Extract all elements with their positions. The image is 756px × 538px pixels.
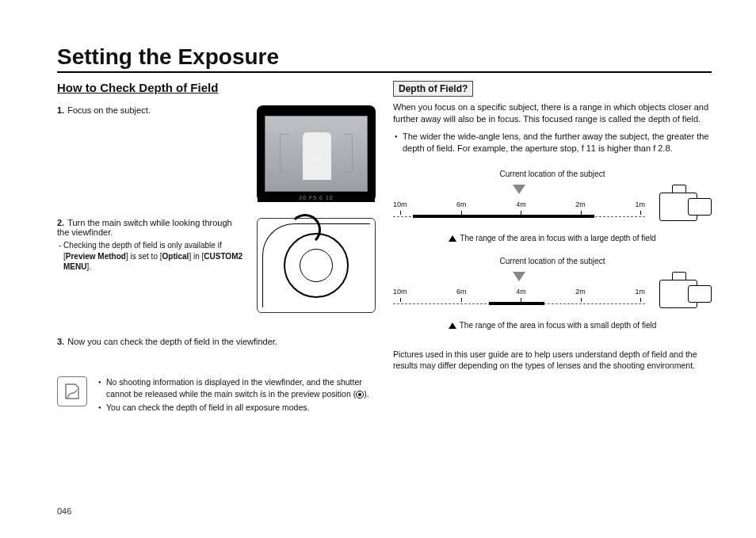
diagram-small-dof: Current location of the subject 10m 6m 4… (393, 257, 712, 330)
step-3-number: 3. (57, 337, 64, 346)
note-block: No shooting information is displayed in … (57, 376, 376, 416)
step-2-text: Turn the main switch while looking throu… (57, 218, 232, 237)
tick-2m: 2m (575, 288, 586, 296)
step-1-number: 1. (57, 105, 64, 115)
tick-4m: 4m (516, 288, 526, 296)
subject-marker-icon (513, 272, 525, 281)
caption-large: The range of the area in focus with a la… (393, 234, 712, 242)
step-1-text: Focus on the subject. (67, 105, 151, 115)
note-item-2: You can check the depth of field in all … (98, 402, 376, 414)
lcd-illustration: 20 F5.6 10 (257, 105, 376, 202)
note-item-1: No shooting information is displayed in … (98, 376, 376, 400)
caption-small: The range of the area in focus with a sm… (393, 321, 712, 330)
end-paragraph: Pictures used in this user guide are to … (393, 349, 712, 372)
step-2: 2.Turn the main switch while looking thr… (57, 218, 376, 313)
page-number: 046 (57, 506, 71, 516)
step-2-note: - Checking the depth of field is only av… (57, 240, 246, 273)
dof-heading: Depth of Field? (393, 81, 473, 97)
dof-paragraph: When you focus on a specific subject, th… (393, 101, 712, 126)
step-1: 1.Focus on the subject. 20 F5.6 10 (57, 105, 376, 202)
step-3-text: Now you can check the depth of field in … (67, 337, 277, 346)
section-subhead: How to Check Depth of Field (57, 81, 376, 94)
lcd-status-bar: 20 F5.6 10 (258, 193, 375, 202)
tick-6m: 6m (456, 288, 467, 296)
triangle-up-icon (449, 235, 456, 242)
triangle-up-icon (449, 322, 456, 329)
diagram-top-label-2: Current location of the subject (393, 257, 712, 265)
diagram-top-label-1: Current location of the subject (393, 170, 712, 178)
preview-ring-icon (356, 391, 364, 399)
diagram-large-dof: Current location of the subject 10m 6m 4… (393, 170, 712, 242)
subject-marker-icon (513, 185, 525, 194)
page-title: Setting the Exposure (57, 44, 712, 73)
camera-icon (650, 269, 712, 315)
tick-10m: 10m (393, 288, 407, 296)
tick-10m: 10m (393, 200, 407, 208)
left-column: How to Check Depth of Field 1.Focus on t… (57, 81, 376, 416)
right-column: Depth of Field? When you focus on a spec… (393, 81, 712, 416)
tick-1m: 1m (635, 288, 645, 296)
camera-icon (650, 181, 712, 227)
tick-2m: 2m (575, 200, 586, 208)
note-icon (57, 376, 87, 406)
tick-4m: 4m (516, 200, 526, 208)
tick-6m: 6m (456, 200, 467, 208)
step-3: 3.Now you can check the depth of field i… (57, 337, 376, 346)
tick-1m: 1m (635, 200, 645, 208)
dof-bullet: The wider the wide-angle lens, and the f… (393, 131, 712, 155)
step-2-number: 2. (57, 218, 64, 227)
dial-illustration (257, 218, 376, 313)
